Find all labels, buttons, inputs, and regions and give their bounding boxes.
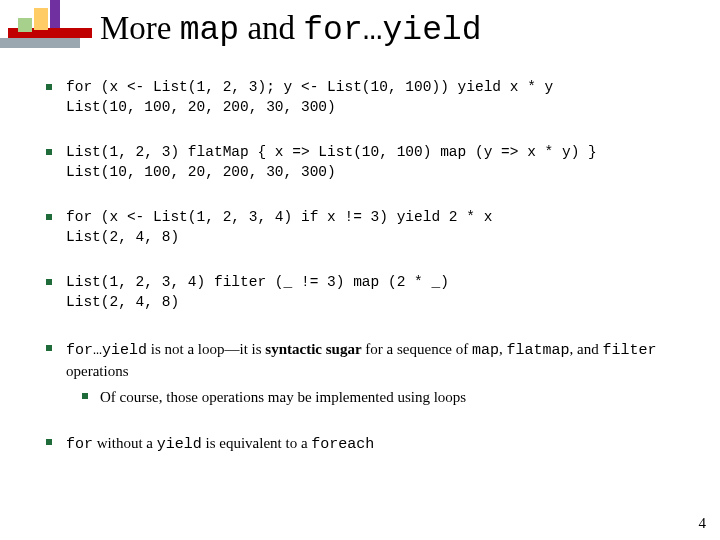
title-text-1: More	[100, 10, 180, 46]
bullet-item: for (x <- List(1, 2, 3); y <- List(10, 1…	[40, 78, 700, 117]
bullet-item: for…yield is not a loop—it is syntactic …	[40, 339, 700, 408]
bullet-item: for (x <- List(1, 2, 3, 4) if x != 3) yi…	[40, 208, 700, 247]
slide-content: for (x <- List(1, 2, 3); y <- List(10, 1…	[40, 78, 700, 482]
prose-line: for without a yield is equivalent to a f…	[66, 433, 700, 455]
code-block: for (x <- List(1, 2, 3); y <- List(10, 1…	[66, 78, 700, 117]
corner-decoration	[0, 0, 90, 60]
bullet-item: List(1, 2, 3) flatMap { x => List(10, 10…	[40, 143, 700, 182]
code-block: List(1, 2, 3) flatMap { x => List(10, 10…	[66, 143, 700, 182]
title-text-2: and	[239, 10, 303, 46]
slide-title: More map and for…yield	[100, 10, 482, 49]
sub-bullet-item: Of course, those operations may be imple…	[66, 387, 700, 407]
code-block: List(1, 2, 3, 4) filter (_ != 3) map (2 …	[66, 273, 700, 312]
title-code-2: for…yield	[303, 12, 481, 49]
bullet-item: List(1, 2, 3, 4) filter (_ != 3) map (2 …	[40, 273, 700, 312]
page-number: 4	[699, 515, 707, 532]
prose-line: for…yield is not a loop—it is syntactic …	[66, 339, 700, 382]
code-block: for (x <- List(1, 2, 3, 4) if x != 3) yi…	[66, 208, 700, 247]
bullet-item: for without a yield is equivalent to a f…	[40, 433, 700, 455]
title-code-1: map	[180, 12, 239, 49]
